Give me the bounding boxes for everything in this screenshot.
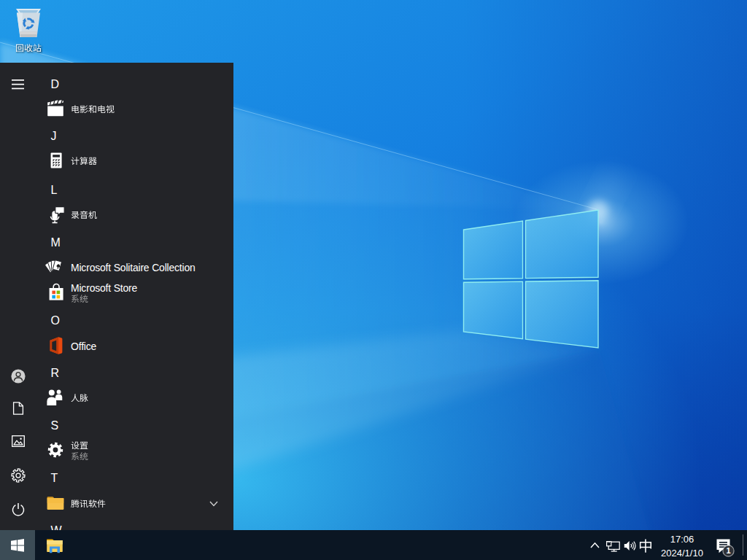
svg-text:1: 1 [726,546,730,555]
